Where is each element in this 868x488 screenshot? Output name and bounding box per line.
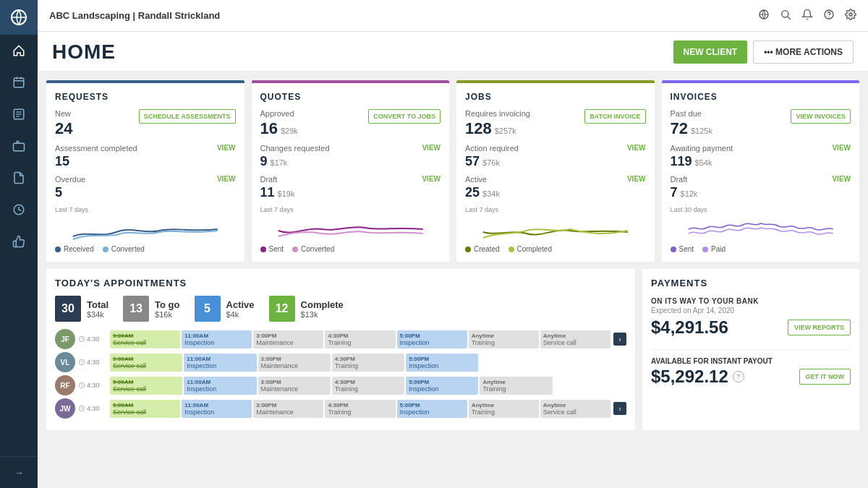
- quotes-legend-sent: Sent: [260, 245, 284, 253]
- sidebar-item-clock[interactable]: [0, 194, 38, 226]
- time-slot[interactable]: AnytimeService call: [540, 400, 610, 418]
- time-slot[interactable]: 5:00PMInspection: [406, 377, 478, 395]
- quotes-draft-value: 11: [260, 185, 275, 200]
- schedule-row: JW 4:30 9:00AMService call 11:00AMInspec…: [55, 398, 626, 419]
- time-slot[interactable]: 9:00AMService call: [110, 377, 182, 395]
- time-slot-empty: [480, 354, 552, 372]
- notification-icon[interactable]: [801, 9, 813, 23]
- requests-assessment-view[interactable]: VIEW: [217, 144, 236, 152]
- time-slots-row: 9:00AMService call 11:00AMInspection 3:0…: [110, 330, 610, 348]
- time-slot[interactable]: 3:00PMMaintenance: [253, 400, 323, 418]
- search-icon[interactable]: [780, 9, 791, 23]
- requests-new-label: New: [55, 109, 72, 118]
- appt-badge-active: 5: [195, 296, 221, 322]
- settings-icon[interactable]: [845, 9, 856, 23]
- time-slot[interactable]: 11:00AMInspection: [182, 400, 252, 418]
- time-slot[interactable]: 5:00PMInspection: [397, 330, 467, 348]
- time-slot[interactable]: 11:00AMInspection: [184, 377, 256, 395]
- sidebar-collapse[interactable]: →: [0, 456, 38, 488]
- time-slot[interactable]: 3:00PMMaintenance: [258, 354, 331, 372]
- sidebar-item-invoices[interactable]: [0, 162, 38, 194]
- invoices-draft-sub: $12k: [681, 189, 698, 198]
- requests-assessment-row: Assessment completed 15 VIEW: [55, 144, 236, 169]
- time-slot[interactable]: 4:30PMTraining: [325, 330, 395, 348]
- page-title: HOME: [52, 40, 116, 64]
- invoices-past-due-row: Past due 72 $125k VIEW INVOICES: [671, 109, 851, 138]
- time-slot[interactable]: 5:00PMInspection: [397, 400, 467, 418]
- available-label: AVAILABLE FOR INSTANT PAYOUT: [651, 357, 851, 365]
- time-slot[interactable]: 4:30PMTraining: [332, 354, 404, 372]
- convert-to-jobs-button[interactable]: CONVERT TO JOBS: [368, 109, 441, 124]
- time-slot[interactable]: AnytimeTraining: [480, 377, 552, 395]
- time-slot[interactable]: 4:30PMTraining: [332, 377, 404, 395]
- appt-stat-info-togo: To go $16k: [155, 299, 179, 319]
- jobs-active-view[interactable]: VIEW: [627, 175, 646, 183]
- question-icon[interactable]: ?: [733, 371, 744, 382]
- globe-icon[interactable]: [758, 9, 770, 23]
- schedule-assessments-button[interactable]: SCHEDULE ASSESSMENTS: [139, 109, 236, 124]
- time-slot[interactable]: 3:00PMMaintenance: [258, 377, 331, 395]
- time-slot[interactable]: 9:00AMService call: [110, 354, 182, 372]
- jobs-action-view[interactable]: VIEW: [627, 144, 646, 152]
- invoices-card: INVOICES Past due 72 $125k VIEW INVOICES…: [662, 80, 860, 262]
- payment-amount: $4,291.56: [651, 317, 728, 338]
- time-slot[interactable]: 9:00AMService call: [110, 400, 180, 418]
- sidebar-item-home[interactable]: [0, 35, 38, 67]
- quotes-changes-view[interactable]: VIEW: [422, 144, 441, 152]
- avatar: JF: [55, 329, 75, 349]
- requests-new-row: New 24 SCHEDULE ASSESSMENTS: [55, 109, 236, 138]
- invoices-chart: Last 30 days: [671, 206, 851, 242]
- main-content: ABC Landscaping | Randall Strickland HOM…: [38, 0, 868, 488]
- time-slot[interactable]: 5:00PMInspection: [406, 354, 478, 372]
- bottom-section: TODAY'S APPOINTMENTS 30 Total $34k 13 To…: [46, 269, 859, 430]
- invoices-title: INVOICES: [671, 92, 851, 102]
- time-slot[interactable]: AnytimeTraining: [469, 330, 539, 348]
- schedule-row-arrow[interactable]: ›: [613, 402, 626, 415]
- time-slot[interactable]: 3:00PMMaintenance: [253, 330, 323, 348]
- jobs-card: JOBS Requires invoicing 128 $257k BATCH …: [456, 80, 655, 262]
- more-actions-button[interactable]: ••• MORE ACTIONS: [753, 40, 854, 64]
- appt-stat-info-total: Total $34k: [87, 299, 109, 319]
- quotes-changes-value: 9: [260, 154, 268, 169]
- quotes-draft-view[interactable]: VIEW: [422, 175, 441, 183]
- invoices-legend-paid: Paid: [702, 245, 726, 253]
- time-slot[interactable]: 4:30PMTraining: [325, 400, 395, 418]
- payments-card: PAYMENTS ON ITS WAY TO YOUR BANK Expecte…: [642, 269, 859, 430]
- sidebar-item-calendar[interactable]: [0, 67, 38, 98]
- quotes-legend: Sent Converted: [260, 245, 441, 253]
- get-it-now-button[interactable]: GET IT NOW: [799, 369, 851, 385]
- requests-chart-label: Last 7 days: [55, 206, 236, 213]
- appt-stat-togo: 13 To go $16k: [123, 296, 179, 322]
- view-invoices-button[interactable]: VIEW INVOICES: [791, 109, 851, 124]
- view-reports-button[interactable]: VIEW REPORTS: [788, 320, 851, 335]
- avatar: JW: [55, 398, 75, 419]
- jobs-action-row: Action required 57 $76k VIEW: [465, 144, 646, 169]
- payments-divider: [651, 349, 851, 350]
- invoices-awaiting-sub: $54k: [695, 158, 712, 167]
- time-slot[interactable]: AnytimeService call: [540, 330, 610, 348]
- invoices-awaiting-view[interactable]: VIEW: [832, 144, 851, 152]
- sidebar: →: [0, 0, 38, 488]
- sidebar-item-requests[interactable]: [0, 98, 38, 130]
- schedule-time: 4:30: [78, 335, 107, 343]
- batch-invoice-button[interactable]: BATCH INVOICE: [584, 109, 645, 124]
- invoices-draft-label: Draft: [671, 175, 698, 184]
- requests-assessment-value: 15: [55, 154, 137, 169]
- requests-overdue-row: Overdue 5 VIEW: [55, 175, 236, 200]
- new-client-button[interactable]: NEW CLIENT: [673, 40, 748, 64]
- time-slot[interactable]: 11:00AMInspection: [182, 330, 252, 348]
- time-slot[interactable]: 9:00AMService call: [110, 330, 180, 348]
- requests-overdue-view[interactable]: VIEW: [217, 175, 236, 183]
- requests-legend-converted: Converted: [103, 245, 145, 253]
- invoices-legend: Sent Paid: [671, 245, 851, 253]
- invoices-draft-view[interactable]: VIEW: [832, 175, 851, 183]
- help-icon[interactable]: [823, 9, 835, 23]
- schedule-row-arrow[interactable]: ›: [613, 333, 626, 346]
- time-slot[interactable]: AnytimeTraining: [469, 400, 539, 418]
- appt-stat-info-active: Active $4k: [226, 299, 255, 319]
- requests-assessment-label: Assessment completed: [55, 144, 137, 153]
- sidebar-item-jobs[interactable]: [0, 130, 38, 162]
- sidebar-item-thumbsup[interactable]: [0, 226, 38, 257]
- jobs-title: JOBS: [465, 92, 646, 102]
- time-slot[interactable]: 11:00AMInspection: [184, 354, 256, 372]
